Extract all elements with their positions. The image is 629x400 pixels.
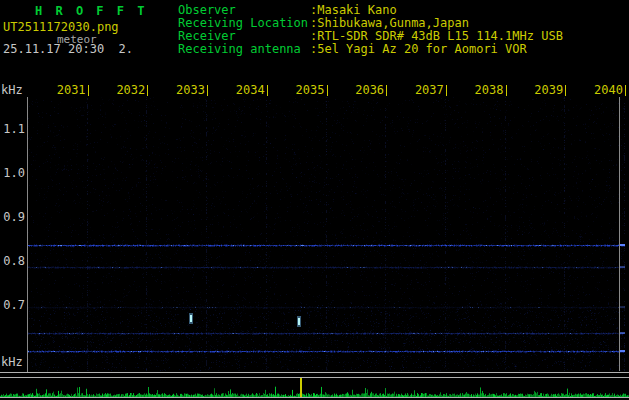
app-title: H R O F F T [35,5,147,18]
time-tick-label: 2033 [176,84,205,97]
noise-strip [0,377,629,398]
freq-tick-label: 1.0 [0,167,25,180]
plot-left-border [27,97,28,372]
noise-strip-canvas [0,378,629,397]
freq-unit-label-bottom: kHz [1,356,23,369]
info-value: :5el Yagi Az 20 for Aomori VOR [310,42,527,56]
time-tick-mark [267,85,268,96]
freq-unit-label-top: kHz [1,84,23,97]
info-value: :Masaki Kano [310,3,397,17]
time-tick-label: 2038 [475,84,504,97]
freq-tick-label: 1.1 [0,123,25,136]
station-info: Observer:Masaki Kano Receiving Location:… [178,4,563,56]
info-label: Receiving antenna [178,43,310,56]
time-tick-mark [565,85,566,96]
info-value: :Shibukawa,Gunma,Japan [310,16,469,30]
time-tick-mark [386,85,387,96]
spectrogram-canvas [28,97,625,371]
time-tick-mark [446,85,447,96]
hrofft-screen: H R O F F T UT2511172030.png meteor 25.1… [0,0,629,400]
time-tick-label: 2035 [296,84,325,97]
time-tick-mark [147,85,148,96]
plot-bottom-line [0,372,629,373]
time-tick-label: 2037 [415,84,444,97]
freq-axis: kHz1.11.00.90.80.7kHz [0,84,27,374]
freq-tick-label: 0.9 [0,211,25,224]
time-tick-mark [625,85,626,96]
freq-tick-label: 0.8 [0,255,25,268]
time-tick-label: 2039 [534,84,563,97]
time-tick-label: 2034 [236,84,265,97]
time-axis: 2031203220332034203520362037203820392040 [0,84,629,97]
time-tick-mark [207,85,208,96]
info-row: Receiving antenna:5el Yagi Az 20 for Aom… [178,43,563,56]
time-tick-mark [327,85,328,96]
time-tick-label: 2040 [594,84,623,97]
datetime-text: 25.11.17 20:30 2. [3,43,133,56]
freq-tick-label: 0.7 [0,299,25,312]
time-tick-mark [506,85,507,96]
time-tick-label: 2031 [57,84,86,97]
info-value: :RTL-SDR SDR# 43dB L15 114.1MHz USB [310,29,563,43]
time-tick-label: 2032 [116,84,145,97]
time-tick-mark [88,85,89,96]
time-tick-label: 2036 [355,84,384,97]
